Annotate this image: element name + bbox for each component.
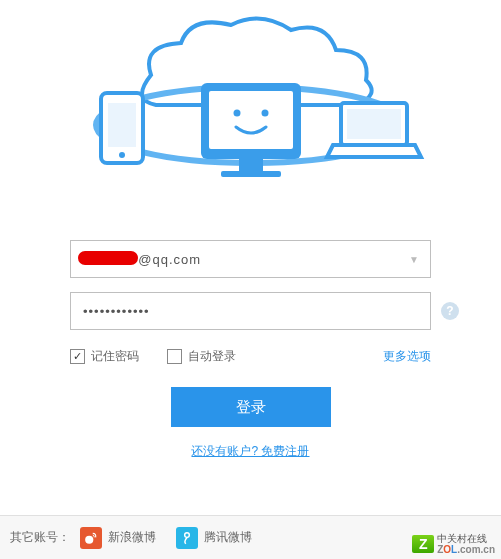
auto-login-checkbox[interactable]: 自动登录 (167, 348, 236, 365)
login-button[interactable]: 登录 (171, 387, 331, 427)
more-options-link[interactable]: 更多选项 (383, 348, 431, 365)
checkbox-icon (70, 349, 85, 364)
tencent-weibo-icon (176, 527, 198, 549)
checkbox-icon (167, 349, 182, 364)
sina-weibo-label: 新浪微博 (108, 529, 156, 546)
tencent-weibo-login[interactable]: 腾讯微博 (176, 527, 252, 549)
svg-rect-7 (209, 91, 293, 149)
svg-rect-9 (221, 171, 281, 177)
chevron-down-icon[interactable]: ▼ (409, 254, 419, 265)
cloud-devices-illustration (0, 0, 501, 210)
password-input[interactable] (70, 292, 431, 330)
svg-point-10 (233, 110, 240, 117)
svg-point-12 (85, 535, 93, 543)
help-icon[interactable]: ? (441, 302, 459, 320)
svg-rect-8 (239, 159, 263, 171)
register-link[interactable]: 还没有账户? 免费注册 (70, 443, 431, 460)
auto-login-label: 自动登录 (188, 348, 236, 365)
remember-password-checkbox[interactable]: 记住密码 (70, 348, 139, 365)
svg-point-3 (119, 152, 125, 158)
svg-rect-2 (108, 103, 136, 147)
zol-watermark: Z 中关村在线 ZOL.com.cn (412, 533, 495, 555)
watermark-line1: 中关村在线 (437, 533, 495, 544)
redaction-mark (78, 251, 138, 265)
svg-point-11 (261, 110, 268, 117)
svg-rect-5 (347, 109, 401, 139)
sina-weibo-login[interactable]: 新浪微博 (80, 527, 156, 549)
other-accounts-label: 其它账号： (10, 529, 70, 546)
weibo-icon (80, 527, 102, 549)
svg-point-13 (185, 532, 190, 537)
login-form: ▼ ? 记住密码 自动登录 更多选项 登录 还没有账户? 免费注册 (0, 210, 501, 472)
remember-password-label: 记住密码 (91, 348, 139, 365)
watermark-line2: ZOL.com.cn (437, 544, 495, 555)
tencent-weibo-label: 腾讯微博 (204, 529, 252, 546)
